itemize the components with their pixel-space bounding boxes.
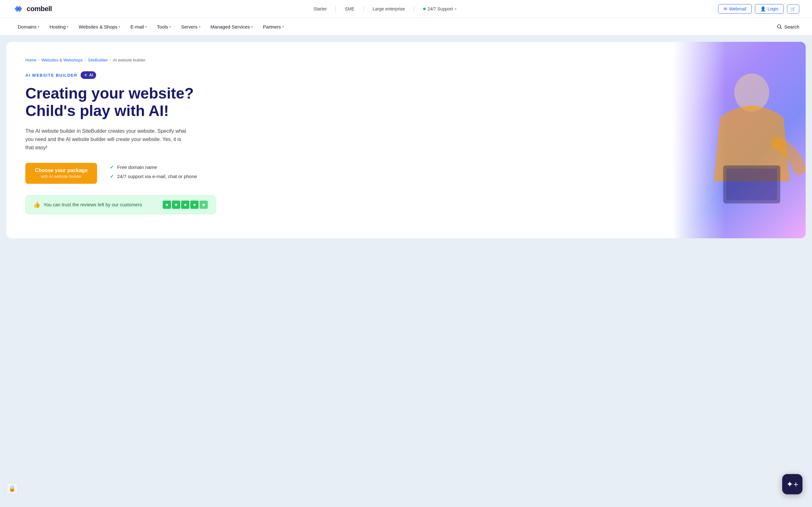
hero-heading-line2: Child's play with AI! (26, 102, 169, 119)
feature-text-2: 24/7 support via e-mail, chat or phone (117, 174, 197, 179)
reviews-left: 👍 You can trust the reviews left by our … (33, 201, 142, 208)
features-list: ✓ Free domain name ✓ 24/7 support via e-… (110, 163, 197, 179)
breadcrumb-websites-webshops[interactable]: Websites & Webshops (42, 58, 83, 62)
nav-item-managed-services[interactable]: Managed Services ▾ (206, 18, 258, 35)
tools-chevron-icon: ▾ (169, 25, 171, 29)
hero-card: Home › Websites & Webshops › SiteBuilder… (6, 42, 806, 238)
nav-bar: Domains ▾ Hosting ▾ Websites & Shops ▾ E… (0, 18, 812, 36)
star-2: ★ (172, 201, 180, 209)
large-enterprise-link[interactable]: Large enterprise (373, 6, 405, 11)
divider-2 (363, 6, 364, 12)
logo-text: combell (27, 5, 52, 13)
star-1: ★ (163, 201, 171, 209)
star-3: ★ (181, 201, 189, 209)
hero-left: Home › Websites & Webshops › SiteBuilder… (6, 42, 672, 238)
divider-1 (336, 6, 336, 12)
search-button[interactable]: Search (776, 18, 799, 35)
star-4: ★ (190, 201, 199, 209)
main-content: Home › Websites & Webshops › SiteBuilder… (0, 36, 812, 251)
feature-item-2: ✓ 24/7 support via e-mail, chat or phone (110, 173, 197, 179)
email-icon: ✉ (723, 6, 727, 11)
person-illustration (688, 55, 806, 238)
choose-package-button[interactable]: Choose your package with AI website buil… (26, 163, 97, 184)
cart-icon: 🛒 (791, 7, 796, 11)
breadcrumb-sep-3: › (110, 58, 111, 62)
hero-description: The AI website builder in SiteBuilder cr… (26, 127, 190, 152)
cta-main-text: Choose your package (35, 168, 88, 173)
hero-right (672, 42, 806, 238)
combell-logo-icon (13, 3, 24, 14)
servers-chevron-icon: ▾ (199, 25, 200, 29)
breadcrumb-sep-2: › (85, 58, 86, 62)
feature-item-1: ✓ Free domain name (110, 164, 197, 170)
starter-link[interactable]: Starter (313, 6, 327, 11)
nav-item-tools[interactable]: Tools ▾ (152, 18, 176, 35)
nav-item-domains[interactable]: Domains ▾ (13, 18, 44, 35)
reviews-bar: 👍 You can trust the reviews left by our … (26, 195, 216, 214)
breadcrumb-sitebuilder[interactable]: SiteBuilder (88, 58, 108, 62)
badge-row: AI WEBSITE BUILDER ✦ AI (26, 71, 653, 79)
reviews-text: You can trust the reviews left by our cu… (44, 202, 142, 207)
svg-rect-6 (726, 169, 777, 200)
search-icon (776, 24, 782, 30)
webmail-button[interactable]: ✉ Webmail (718, 4, 752, 14)
websites-chevron-icon: ▾ (119, 25, 120, 29)
section-label: AI WEBSITE BUILDER (26, 73, 78, 78)
cart-button[interactable]: 🛒 (787, 4, 799, 14)
stars-rating: ★ ★ ★ ★ ★ (163, 201, 208, 209)
check-icon-2: ✓ (110, 173, 114, 179)
sme-link[interactable]: SME (345, 6, 354, 11)
hero-heading-line1: Creating your website? (26, 85, 194, 102)
hero-heading: Creating your website? Child's play with… (26, 84, 209, 119)
breadcrumb: Home › Websites & Webshops › SiteBuilder… (26, 58, 653, 62)
breadcrumb-current: AI website builder (113, 58, 146, 62)
lock-button[interactable]: 🔒 (6, 483, 18, 494)
divider-3 (414, 6, 414, 12)
login-button[interactable]: 👤 Login (755, 4, 784, 14)
cta-sub-text: with AI website builder (35, 174, 88, 179)
hosting-chevron-icon: ▾ (67, 25, 68, 29)
check-icon-1: ✓ (110, 164, 114, 170)
feature-text-1: Free domain name (117, 164, 157, 170)
nav-item-websites-shops[interactable]: Websites & Shops ▾ (73, 18, 125, 35)
sparkle-icon: ✦+ (786, 480, 798, 489)
svg-marker-1 (17, 6, 22, 12)
lock-icon: 🔒 (9, 485, 15, 492)
thumbs-up-icon: 👍 (33, 201, 40, 208)
nav-item-hosting[interactable]: Hosting ▾ (44, 18, 73, 35)
top-center-links: Starter SME Large enterprise 24/7 Suppor… (313, 6, 456, 12)
nav-item-email[interactable]: E-mail ▾ (125, 18, 152, 35)
floating-ai-button[interactable]: ✦+ (782, 474, 803, 494)
online-indicator (423, 8, 426, 10)
ai-badge: ✦ AI (81, 71, 96, 79)
managed-chevron-icon: ▾ (251, 25, 253, 29)
breadcrumb-home[interactable]: Home (26, 58, 37, 62)
nav-item-servers[interactable]: Servers ▾ (176, 18, 206, 35)
svg-line-3 (780, 27, 782, 29)
breadcrumb-sep-1: › (38, 58, 40, 62)
logo-area[interactable]: combell (13, 3, 52, 14)
ai-badge-star-icon: ✦ (84, 72, 88, 78)
svg-point-2 (777, 25, 781, 28)
cta-row: Choose your package with AI website buil… (26, 163, 653, 184)
nav-links: Domains ▾ Hosting ▾ Websites & Shops ▾ E… (13, 18, 289, 35)
support-badge[interactable]: 24/7 Support ▾ (423, 6, 456, 11)
domains-chevron-icon: ▾ (38, 25, 39, 29)
support-chevron-icon: ▾ (455, 7, 456, 11)
support-label: 24/7 Support (427, 6, 453, 11)
user-icon: 👤 (760, 6, 766, 11)
email-nav-chevron-icon: ▾ (145, 25, 147, 29)
top-right-actions: ✉ Webmail 👤 Login 🛒 (718, 4, 799, 14)
star-5-half: ★ (200, 201, 208, 209)
nav-item-partners[interactable]: Partners ▾ (258, 18, 289, 35)
partners-chevron-icon: ▾ (282, 25, 284, 29)
top-bar: combell Starter SME Large enterprise 24/… (0, 0, 812, 18)
